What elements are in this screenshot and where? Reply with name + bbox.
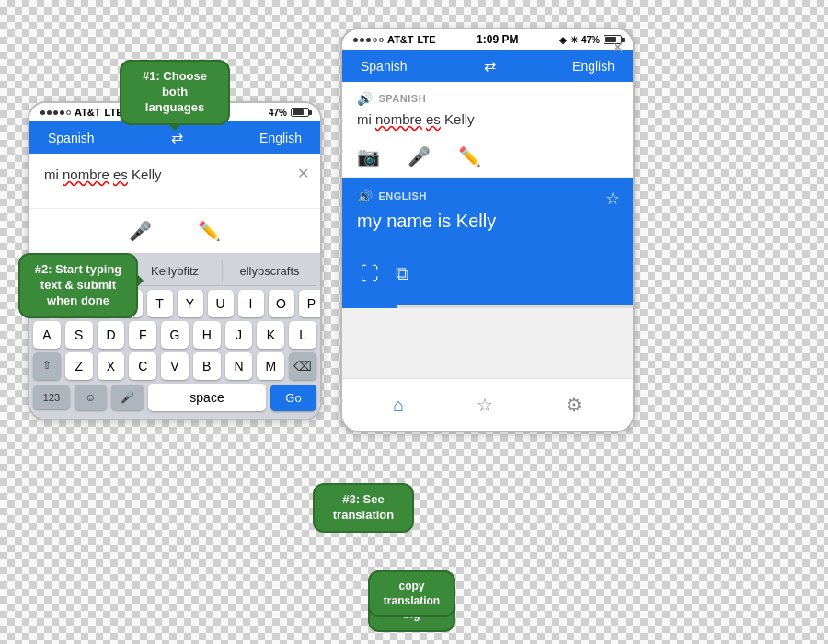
key-P[interactable]: P bbox=[299, 290, 323, 317]
icons-row-left: 🎤 ✏️ bbox=[29, 209, 320, 253]
key-row-3: ⇧ Z X C V B N M ⌫ bbox=[33, 352, 316, 380]
source-lang-left[interactable]: Spanish bbox=[48, 131, 95, 145]
key-A[interactable]: A bbox=[33, 321, 61, 349]
input-icons-row-right: 📷 🎤 ✏️ bbox=[342, 136, 633, 178]
signal-dot-r4 bbox=[373, 38, 377, 42]
nav-star-icon[interactable]: ☆ bbox=[477, 394, 493, 416]
input-text-left: mi nombre es Kelly bbox=[44, 165, 305, 184]
speaker-icon-target[interactable]: 🔊 bbox=[357, 189, 374, 203]
key-S[interactable]: S bbox=[65, 321, 93, 349]
progress-bar bbox=[342, 305, 633, 308]
key-D[interactable]: D bbox=[98, 321, 125, 349]
callout-1: #1: Choose both languages bbox=[120, 60, 230, 125]
phone-right: AT&T LTE 1:09 PM ◈ ✳ 47% Spanish ⇄ Engli… bbox=[340, 28, 635, 626]
key-M[interactable]: M bbox=[257, 352, 284, 380]
key-delete[interactable]: ⌫ bbox=[289, 352, 316, 380]
mic-icon-left[interactable]: 🎤 bbox=[129, 220, 152, 242]
callout-2: #2: Start typing text & submit when done bbox=[18, 253, 138, 318]
key-emoji[interactable]: ☺ bbox=[75, 385, 107, 410]
lang-bar-right[interactable]: Spanish ⇄ English bbox=[342, 50, 633, 82]
swap-icon-right[interactable]: ⇄ bbox=[484, 57, 496, 75]
target-lang-label: ENGLISH bbox=[379, 190, 427, 201]
signal-dot-r3 bbox=[366, 38, 371, 42]
clear-btn-right[interactable]: ✕ bbox=[612, 39, 624, 56]
translation-source-area: 🔊 SPANISH mi nombre es Kelly ✕ bbox=[342, 82, 633, 136]
translation-actions: ⛶ ⧉ bbox=[357, 259, 618, 293]
key-J[interactable]: J bbox=[225, 321, 253, 349]
underline-es-r: es bbox=[426, 111, 441, 127]
translation-result-area: 🔊 ENGLISH ☆ my name is Kelly ⛶ ⧉ bbox=[342, 178, 633, 305]
signal-dot-4 bbox=[60, 110, 64, 115]
signal-dot-r1 bbox=[353, 38, 358, 42]
key-go[interactable]: Go bbox=[270, 385, 316, 411]
key-K[interactable]: K bbox=[257, 321, 284, 349]
key-T[interactable]: T bbox=[147, 290, 173, 317]
camera-icon-right[interactable]: 📷 bbox=[357, 145, 380, 167]
translation-output-text: my name is Kelly bbox=[357, 211, 618, 232]
underline-nombre: nombre bbox=[63, 167, 109, 182]
target-lang-left[interactable]: English bbox=[259, 131, 302, 145]
target-lang-right[interactable]: English bbox=[572, 59, 615, 74]
underline-nombre-r: nombre bbox=[375, 111, 422, 127]
key-U[interactable]: U bbox=[208, 290, 234, 317]
signal-dot-2 bbox=[47, 110, 52, 115]
key-H[interactable]: H bbox=[193, 321, 221, 349]
key-123[interactable]: 123 bbox=[33, 385, 70, 409]
source-lang-tag: 🔊 SPANISH bbox=[357, 91, 618, 106]
time-right: 1:09 PM bbox=[477, 33, 518, 46]
speaker-icon-source[interactable]: 🔊 bbox=[357, 91, 374, 106]
signal-dot-r5 bbox=[379, 38, 384, 42]
source-input-text: mi nombre es Kelly bbox=[357, 111, 618, 127]
nav-home-icon[interactable]: ⌂ bbox=[393, 395, 404, 416]
key-I[interactable]: I bbox=[238, 290, 264, 317]
input-area-left[interactable]: mi nombre es Kelly ✕ bbox=[29, 154, 320, 209]
expand-icon[interactable]: ⛶ bbox=[357, 259, 383, 288]
callout-copy: copy translation bbox=[368, 570, 455, 617]
mic-icon-right[interactable]: 🎤 bbox=[408, 145, 431, 167]
nav-settings-icon[interactable]: ⚙ bbox=[566, 394, 582, 416]
bluetooth-icon: ✳ bbox=[570, 35, 578, 45]
battery-percent-left: 47% bbox=[269, 108, 287, 118]
key-B[interactable]: B bbox=[193, 352, 221, 380]
carrier-label: AT&T bbox=[75, 107, 101, 118]
key-V[interactable]: V bbox=[161, 352, 189, 380]
battery-icon-left bbox=[291, 108, 309, 117]
key-Y[interactable]: Y bbox=[178, 290, 203, 317]
key-O[interactable]: O bbox=[269, 290, 294, 317]
battery-percent-right: 47% bbox=[581, 35, 600, 45]
location-icon: ◈ bbox=[559, 35, 567, 45]
source-lang-label: SPANISH bbox=[379, 93, 427, 104]
source-lang-right[interactable]: Spanish bbox=[361, 59, 408, 74]
copy-icon[interactable]: ⧉ bbox=[392, 259, 412, 288]
progress-fill bbox=[342, 305, 397, 308]
autocomplete-3[interactable]: ellybscrafts bbox=[223, 260, 316, 282]
phone-left: #1: Choose both languages #2: Start typi… bbox=[28, 55, 322, 626]
key-row-2: A S D F G H J K L bbox=[33, 321, 316, 349]
signal-dot-5 bbox=[66, 110, 71, 115]
status-bar-right: AT&T LTE 1:09 PM ◈ ✳ 47% bbox=[342, 29, 633, 50]
key-row-4: 123 ☺ 🎤 space Go bbox=[33, 384, 316, 411]
key-X[interactable]: X bbox=[98, 352, 125, 380]
phone-bottom-area bbox=[342, 305, 633, 378]
clear-btn-left[interactable]: ✕ bbox=[297, 165, 309, 182]
key-N[interactable]: N bbox=[225, 352, 253, 380]
phone-frame-right: AT&T LTE 1:09 PM ◈ ✳ 47% Spanish ⇄ Engli… bbox=[340, 28, 635, 432]
handwrite-icon-left[interactable]: ✏️ bbox=[198, 220, 221, 242]
signal-dot-3 bbox=[53, 110, 58, 115]
carrier-right: AT&T bbox=[387, 34, 414, 45]
signal-dot-1 bbox=[40, 110, 45, 115]
star-icon[interactable]: ☆ bbox=[605, 189, 620, 209]
key-G[interactable]: G bbox=[161, 321, 189, 349]
key-mic[interactable]: 🎤 bbox=[111, 385, 144, 410]
handwrite-icon-right[interactable]: ✏️ bbox=[458, 145, 481, 167]
signal-dot-r2 bbox=[360, 38, 364, 42]
key-space[interactable]: space bbox=[148, 384, 266, 411]
bottom-nav-right: ⌂ ☆ ⚙ bbox=[342, 378, 633, 431]
key-F[interactable]: F bbox=[129, 321, 156, 349]
key-shift[interactable]: ⇧ bbox=[33, 352, 61, 380]
key-Z[interactable]: Z bbox=[65, 352, 93, 380]
key-C[interactable]: C bbox=[129, 352, 156, 380]
main-container: #1: Choose both languages #2: Start typi… bbox=[0, 0, 828, 644]
key-L[interactable]: L bbox=[289, 321, 316, 349]
target-lang-tag: 🔊 ENGLISH bbox=[357, 189, 618, 203]
